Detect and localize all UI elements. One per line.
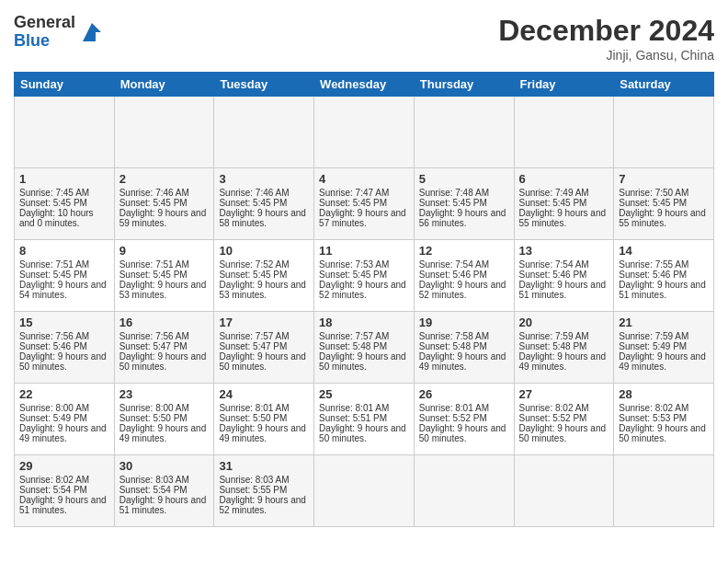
day-number: 21 [619,316,709,329]
calendar-cell: 11Sunrise: 7:53 AMSunset: 5:45 PMDayligh… [314,240,415,312]
calendar-cell: 1Sunrise: 7:45 AMSunset: 5:45 PMDaylight… [15,168,115,240]
calendar-cell [114,97,214,168]
day-number: 20 [519,316,609,329]
sunset-text: Sunset: 5:45 PM [619,198,687,208]
calendar-cell: 8Sunrise: 7:51 AMSunset: 5:45 PMDaylight… [15,240,115,312]
sunset-text: Sunset: 5:46 PM [419,270,487,280]
day-number: 26 [419,387,509,401]
calendar-cell: 4Sunrise: 7:47 AMSunset: 5:45 PMDaylight… [314,168,415,240]
calendar-cell: 9Sunrise: 7:51 AMSunset: 5:45 PMDaylight… [114,240,214,312]
daylight-text: Daylight: 10 hours and 0 minutes. [19,208,94,228]
calendar-cell [614,455,714,527]
sunset-text: Sunset: 5:49 PM [619,341,687,351]
sunset-text: Sunset: 5:45 PM [519,198,587,208]
daylight-text: Daylight: 9 hours and 50 minutes. [19,351,107,372]
sunset-text: Sunset: 5:46 PM [619,270,687,280]
sunrise-text: Sunrise: 7:59 AM [519,331,589,341]
sunrise-text: Sunrise: 7:51 AM [19,259,89,270]
sunrise-text: Sunrise: 7:46 AM [119,188,189,198]
sunrise-text: Sunrise: 7:48 AM [419,188,489,198]
calendar-cell: 21Sunrise: 7:59 AMSunset: 5:49 PMDayligh… [614,312,714,384]
day-number: 15 [19,316,109,329]
header-row: Sunday Monday Tuesday Wednesday Thursday… [15,73,714,97]
sunrise-text: Sunrise: 7:54 AM [519,259,589,270]
calendar-row: 15Sunrise: 7:56 AMSunset: 5:46 PMDayligh… [15,312,714,384]
daylight-text: Daylight: 9 hours and 51 minutes. [519,280,607,300]
daylight-text: Daylight: 9 hours and 49 minutes. [219,423,306,443]
calendar-row: 22Sunrise: 8:00 AMSunset: 5:49 PMDayligh… [15,384,714,455]
sunset-text: Sunset: 5:45 PM [419,198,487,208]
sunset-text: Sunset: 5:54 PM [119,485,188,495]
sunrise-text: Sunrise: 7:55 AM [619,259,688,270]
calendar-row: 1Sunrise: 7:45 AMSunset: 5:45 PMDaylight… [15,168,714,240]
sunrise-text: Sunrise: 8:01 AM [219,403,289,413]
sunrise-text: Sunrise: 7:57 AM [319,331,389,341]
sunrise-text: Sunrise: 7:45 AM [19,188,89,198]
sunrise-text: Sunrise: 7:56 AM [119,331,189,341]
day-number: 14 [619,244,709,258]
calendar-cell: 20Sunrise: 7:59 AMSunset: 5:48 PMDayligh… [514,312,614,384]
calendar-row: 8Sunrise: 7:51 AMSunset: 5:45 PMDaylight… [15,240,714,312]
calendar-cell [614,97,714,168]
month-title: December 2024 [498,14,714,48]
calendar-cell: 31Sunrise: 8:03 AMSunset: 5:55 PMDayligh… [214,455,314,527]
sunset-text: Sunset: 5:52 PM [419,413,487,423]
daylight-text: Daylight: 9 hours and 55 minutes. [519,208,607,228]
sunset-text: Sunset: 5:45 PM [119,270,188,280]
sunrise-text: Sunrise: 7:54 AM [419,259,489,270]
sunset-text: Sunset: 5:52 PM [519,413,587,423]
daylight-text: Daylight: 9 hours and 49 minutes. [519,351,607,372]
calendar-cell: 10Sunrise: 7:52 AMSunset: 5:45 PMDayligh… [214,240,314,312]
day-number: 19 [419,316,509,329]
day-number: 28 [619,387,709,401]
daylight-text: Daylight: 9 hours and 58 minutes. [219,208,306,228]
daylight-text: Daylight: 9 hours and 56 minutes. [419,208,506,228]
day-number: 8 [19,244,109,258]
calendar-cell: 6Sunrise: 7:49 AMSunset: 5:45 PMDaylight… [514,168,614,240]
day-number: 18 [319,316,409,329]
sunset-text: Sunset: 5:46 PM [19,341,87,351]
calendar-cell: 7Sunrise: 7:50 AMSunset: 5:45 PMDaylight… [614,168,714,240]
calendar-cell: 5Sunrise: 7:48 AMSunset: 5:45 PMDaylight… [414,168,514,240]
daylight-text: Daylight: 9 hours and 50 minutes. [219,351,306,372]
sunrise-text: Sunrise: 8:03 AM [119,475,189,485]
sunrise-text: Sunrise: 7:59 AM [619,331,688,341]
col-wednesday: Wednesday [314,73,415,97]
sunrise-text: Sunrise: 7:46 AM [219,188,289,198]
day-number: 23 [119,387,210,401]
daylight-text: Daylight: 9 hours and 52 minutes. [319,280,406,300]
sunrise-text: Sunrise: 7:49 AM [519,188,589,198]
calendar-cell: 25Sunrise: 8:01 AMSunset: 5:51 PMDayligh… [314,384,415,455]
logo-general: General [14,14,75,32]
sunset-text: Sunset: 5:47 PM [219,341,287,351]
calendar-cell [314,97,415,168]
day-number: 5 [419,172,509,186]
calendar-cell [15,97,115,168]
daylight-text: Daylight: 9 hours and 50 minutes. [319,351,406,372]
logo: General Blue [14,14,105,51]
sunrise-text: Sunrise: 8:02 AM [619,403,688,413]
sunset-text: Sunset: 5:54 PM [19,485,87,495]
day-number: 22 [19,387,109,401]
location: Jinji, Gansu, China [498,48,714,63]
daylight-text: Daylight: 9 hours and 59 minutes. [119,208,207,228]
day-number: 24 [219,387,309,401]
sunrise-text: Sunrise: 8:02 AM [519,403,589,413]
calendar-cell [314,455,415,527]
sunrise-text: Sunrise: 7:47 AM [319,188,389,198]
daylight-text: Daylight: 9 hours and 50 minutes. [619,423,706,443]
day-number: 1 [19,172,109,186]
sunrise-text: Sunrise: 7:58 AM [419,331,489,341]
logo-blue: Blue [14,32,75,51]
day-number: 13 [519,244,609,258]
sunset-text: Sunset: 5:50 PM [219,413,287,423]
day-number: 30 [119,459,210,473]
sunrise-text: Sunrise: 7:57 AM [219,331,289,341]
sunrise-text: Sunrise: 8:01 AM [419,403,489,413]
daylight-text: Daylight: 9 hours and 51 minutes. [619,280,706,300]
calendar-cell [414,97,514,168]
sunset-text: Sunset: 5:47 PM [119,341,188,351]
calendar-cell [514,455,614,527]
sunrise-text: Sunrise: 7:51 AM [119,259,189,270]
day-number: 27 [519,387,609,401]
